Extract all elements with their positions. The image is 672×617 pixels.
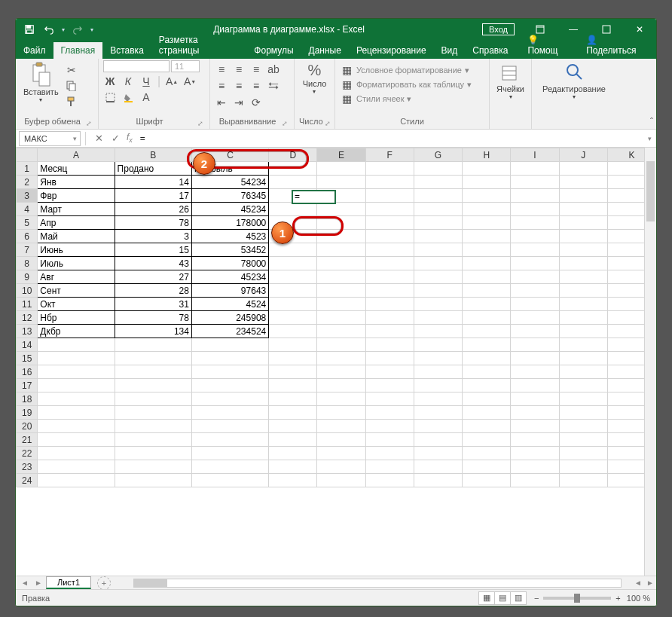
row-header-13[interactable]: 13: [17, 325, 38, 338]
cell-J14[interactable]: [559, 338, 607, 352]
cell-H2[interactable]: [463, 176, 511, 189]
cell-A2[interactable]: Янв: [38, 176, 115, 189]
cell-B6[interactable]: 3: [115, 230, 191, 243]
horizontal-scrollbar[interactable]: [133, 579, 622, 588]
cell-D11[interactable]: [269, 298, 317, 311]
cell-F18[interactable]: [365, 392, 414, 406]
cell-A19[interactable]: [38, 406, 115, 420]
cell-D7[interactable]: [269, 243, 317, 257]
cell-E9[interactable]: [317, 270, 365, 284]
name-box[interactable]: МАКС: [19, 131, 81, 146]
add-sheet-button[interactable]: +: [97, 576, 111, 590]
font-size-select[interactable]: 11: [171, 60, 200, 72]
cell-A14[interactable]: [38, 338, 115, 352]
zoom-level[interactable]: 100 %: [627, 594, 650, 603]
hscroll-right-icon[interactable]: ►: [644, 577, 656, 589]
cell-I6[interactable]: [511, 230, 559, 243]
cell-A24[interactable]: [38, 474, 115, 487]
column-header-I[interactable]: I: [511, 148, 559, 162]
cell-H3[interactable]: [463, 189, 511, 203]
cell-G6[interactable]: [414, 230, 462, 243]
increase-indent-icon[interactable]: ⇥: [232, 96, 246, 109]
cells-button[interactable]: Ячейки ▾: [493, 60, 527, 102]
cell-B16[interactable]: [115, 365, 191, 379]
cell-C18[interactable]: [191, 392, 268, 406]
cell-B14[interactable]: [115, 338, 191, 352]
cell-A4[interactable]: Март: [38, 203, 115, 216]
borders-icon[interactable]: [103, 90, 117, 104]
cell-A17[interactable]: [38, 379, 115, 392]
row-header-7[interactable]: 7: [17, 243, 38, 257]
italic-icon[interactable]: К: [121, 75, 135, 88]
sheet-nav-next-icon[interactable]: ►: [32, 577, 44, 589]
cell-J11[interactable]: [559, 298, 607, 311]
redo-icon[interactable]: [69, 21, 87, 38]
cell-C14[interactable]: [191, 338, 268, 352]
cell-I24[interactable]: [511, 474, 559, 487]
cell-F4[interactable]: [365, 203, 414, 216]
cell-C12[interactable]: 245908: [191, 311, 268, 325]
cell-H5[interactable]: [463, 216, 511, 230]
cell-F24[interactable]: [365, 474, 414, 487]
decrease-indent-icon[interactable]: ⇤: [215, 96, 228, 109]
share-button[interactable]: 👤 Поделиться: [579, 32, 656, 59]
ribbon-tab-данные[interactable]: Данные: [301, 42, 349, 59]
cell-G2[interactable]: [414, 176, 462, 189]
cell-J4[interactable]: [559, 203, 607, 216]
cell-F16[interactable]: [365, 365, 414, 379]
number-launcher-icon[interactable]: ⤢: [323, 120, 332, 127]
cell-C13[interactable]: 234524: [191, 325, 268, 338]
cell-J8[interactable]: [559, 257, 607, 270]
cell-C20[interactable]: [191, 420, 268, 433]
cell-J22[interactable]: [559, 447, 607, 460]
cell-D12[interactable]: [269, 311, 317, 325]
vertical-scrollbar[interactable]: [644, 148, 656, 576]
cell-J18[interactable]: [559, 392, 607, 406]
zoom-in-icon[interactable]: +: [615, 594, 620, 603]
cell-B13[interactable]: 134: [115, 325, 191, 338]
bold-icon[interactable]: Ж: [103, 75, 117, 88]
row-header-20[interactable]: 20: [17, 420, 38, 433]
cell-G1[interactable]: [414, 162, 462, 176]
cell-E18[interactable]: [317, 392, 365, 406]
cell-A11[interactable]: Окт: [38, 298, 115, 311]
column-header-E[interactable]: E: [317, 148, 365, 162]
cell-H1[interactable]: [463, 162, 511, 176]
row-header-19[interactable]: 19: [17, 406, 38, 420]
row-header-11[interactable]: 11: [17, 298, 38, 311]
cell-B23[interactable]: [115, 460, 191, 474]
align-left-icon[interactable]: ≡: [215, 79, 228, 93]
cell-F10[interactable]: [365, 284, 414, 298]
formula-input[interactable]: [136, 131, 643, 146]
zoom-out-icon[interactable]: −: [534, 594, 539, 603]
cell-E11[interactable]: [317, 298, 365, 311]
cell-A22[interactable]: [38, 447, 115, 460]
paste-button[interactable]: Вставить ▾: [20, 60, 62, 105]
wrap-text-icon[interactable]: ab: [267, 63, 280, 76]
cell-E2[interactable]: [317, 176, 365, 189]
cell-H14[interactable]: [463, 338, 511, 352]
cell-F9[interactable]: [365, 270, 414, 284]
cell-H4[interactable]: [463, 203, 511, 216]
align-center-icon[interactable]: ≡: [232, 79, 246, 93]
cell-E24[interactable]: [317, 474, 365, 487]
row-header-4[interactable]: 4: [17, 203, 38, 216]
cell-F12[interactable]: [365, 311, 414, 325]
collapse-ribbon-icon[interactable]: ˆ: [650, 117, 653, 127]
cell-I21[interactable]: [511, 433, 559, 447]
cell-H22[interactable]: [463, 447, 511, 460]
cell-A1[interactable]: Месяц: [38, 162, 115, 176]
cell-D16[interactable]: [269, 365, 317, 379]
cell-C3[interactable]: 76345: [191, 189, 268, 203]
cell-D10[interactable]: [269, 284, 317, 298]
cell-J6[interactable]: [559, 230, 607, 243]
align-right-icon[interactable]: ≡: [249, 79, 263, 93]
cell-I2[interactable]: [511, 176, 559, 189]
increase-font-icon[interactable]: A▲: [165, 75, 179, 88]
normal-view-icon[interactable]: ▦: [478, 591, 495, 605]
cell-H19[interactable]: [463, 406, 511, 420]
cell-H6[interactable]: [463, 230, 511, 243]
conditional-formatting-button[interactable]: ▦Условное форматирование ▾: [340, 63, 472, 77]
cell-C5[interactable]: 178000: [191, 216, 268, 230]
cell-D20[interactable]: [269, 420, 317, 433]
